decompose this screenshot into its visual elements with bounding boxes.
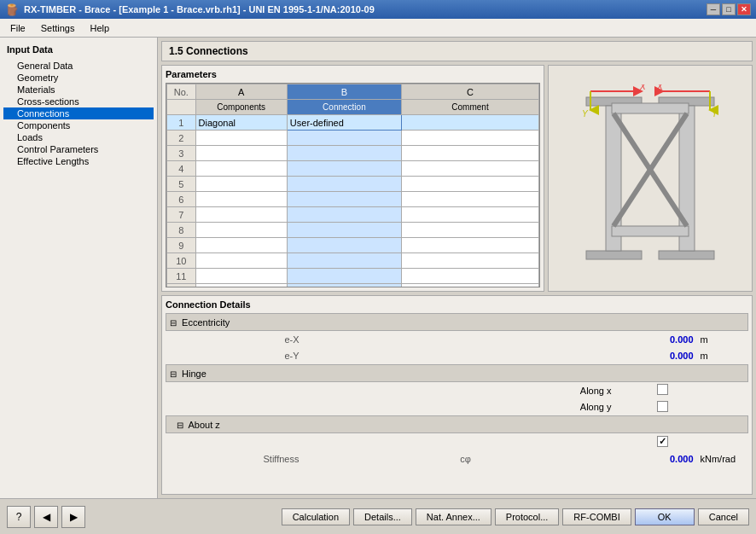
row-7-no: 7: [167, 207, 196, 223]
eccentricity-collapse-btn[interactable]: ⊟: [170, 318, 177, 328]
col-header-no: No.: [167, 84, 196, 100]
stiffness-row: Stiffness cφ 0.000 kNm/rad: [166, 450, 748, 467]
row-10-no: 10: [167, 253, 196, 269]
along-x-checkbox[interactable]: [629, 382, 697, 399]
ey-unit: m: [697, 348, 748, 365]
help-button[interactable]: ?: [7, 506, 31, 528]
col-subheader-no: [167, 100, 196, 115]
next-button[interactable]: ▶: [61, 506, 85, 528]
params-section: Parameters No. A B C: [161, 65, 544, 292]
eccentricity-ex-row: e-X 0.000 m: [166, 331, 748, 348]
sidebar-item-components[interactable]: Components: [3, 119, 154, 131]
row-1-component[interactable]: Diagonal: [195, 115, 287, 131]
prev-button[interactable]: ◀: [34, 506, 58, 528]
menu-help[interactable]: Help: [83, 21, 116, 35]
menu-file[interactable]: File: [3, 21, 32, 35]
eccentricity-header: ⊟ Eccentricity: [166, 314, 748, 331]
section-title: 1.5 Connections: [161, 41, 753, 61]
rf-combi-button[interactable]: RF-COMBI: [562, 508, 631, 525]
svg-text:X: X: [639, 84, 646, 91]
main-content: Input Data General Data Geometry Materia…: [0, 38, 756, 534]
row-9-no: 9: [167, 238, 196, 253]
ex-unit: m: [697, 331, 748, 348]
table-row[interactable]: 7: [167, 207, 539, 223]
connection-details-table: ⊟ Eccentricity e-X 0.000 m e-Y 0.000: [166, 313, 748, 467]
sidebar-item-materials[interactable]: Materials: [3, 84, 154, 96]
minimize-button[interactable]: ─: [707, 3, 720, 15]
ok-button[interactable]: OK: [635, 508, 695, 525]
table-row[interactable]: 5: [167, 177, 539, 192]
about-z-header: ⊟ About z: [166, 416, 748, 433]
col-header-c: C: [401, 84, 538, 100]
row-12-no: 12: [167, 284, 196, 288]
row-5-no: 5: [167, 177, 196, 192]
about-z-collapse-btn[interactable]: ⊟: [177, 421, 183, 430]
about-z-checkbox-row: ✓: [166, 433, 748, 450]
brace-diagram: X Y X Y: [565, 84, 736, 272]
eccentricity-ey-row: e-Y 0.000 m: [166, 348, 748, 365]
ey-value[interactable]: 0.000: [629, 348, 697, 365]
table-row[interactable]: 6: [167, 192, 539, 207]
app-icon: 🪵: [5, 3, 19, 16]
sidebar-item-loads[interactable]: Loads: [3, 131, 154, 143]
stiffness-symbol: cφ: [303, 450, 629, 467]
sidebar-item-general-data[interactable]: General Data: [3, 60, 154, 72]
row-2-comment[interactable]: [401, 131, 538, 146]
along-y-label: Along y: [166, 399, 629, 416]
row-6-no: 6: [167, 192, 196, 207]
row-2-component[interactable]: [195, 131, 287, 146]
row-1-connection[interactable]: User-defined: [287, 115, 401, 131]
ex-value[interactable]: 0.000: [629, 331, 697, 348]
sidebar-title: Input Data: [3, 43, 154, 56]
close-button[interactable]: ✕: [737, 3, 751, 15]
params-title: Parameters: [166, 69, 540, 79]
row-8-no: 8: [167, 223, 196, 238]
along-y-checkbox[interactable]: [629, 399, 697, 416]
row-3-no: 3: [167, 146, 196, 161]
row-4-no: 4: [167, 161, 196, 177]
bottom-bar: ? ◀ ▶ Calculation Details... Nat. Annex.…: [0, 498, 756, 534]
cancel-button[interactable]: Cancel: [698, 508, 749, 525]
protocol-button[interactable]: Protocol...: [495, 508, 560, 525]
table-row[interactable]: 12: [167, 284, 539, 288]
table-row[interactable]: 10: [167, 253, 539, 269]
about-z-label: About z: [188, 420, 219, 430]
stiffness-unit: kNm/rad: [697, 450, 748, 467]
params-table: No. A B C Components Connection Comment: [166, 84, 539, 287]
maximize-button[interactable]: □: [722, 3, 736, 15]
sidebar-item-cross-sections[interactable]: Cross-sections: [3, 96, 154, 107]
table-row[interactable]: 3: [167, 146, 539, 161]
menu-bar: File Settings Help: [0, 19, 756, 38]
hinge-collapse-btn[interactable]: ⊟: [170, 369, 177, 379]
svg-rect-2: [659, 251, 714, 259]
right-panel: 1.5 Connections Parameters No. A: [158, 38, 756, 498]
calculation-button[interactable]: Calculation: [282, 508, 350, 525]
table-row[interactable]: 11: [167, 269, 539, 284]
stiffness-value[interactable]: 0.000: [629, 450, 697, 467]
col-header-b: B: [287, 84, 401, 100]
bottom-left-buttons: ? ◀ ▶: [7, 506, 85, 528]
ey-label: e-Y: [166, 348, 303, 365]
table-row[interactable]: 1 Diagonal User-defined: [167, 115, 539, 131]
sidebar: Input Data General Data Geometry Materia…: [0, 38, 158, 498]
nat-annex-button[interactable]: Nat. Annex...: [416, 508, 491, 525]
svg-rect-7: [612, 103, 689, 113]
sidebar-item-control-parameters[interactable]: Control Parameters: [3, 143, 154, 155]
row-1-no: 1: [167, 115, 196, 131]
table-row[interactable]: 9: [167, 238, 539, 253]
about-z-checkbox[interactable]: ✓: [629, 433, 697, 450]
sidebar-item-connections[interactable]: Connections: [3, 107, 154, 119]
sidebar-item-effective-lengths[interactable]: Effective Lengths: [3, 155, 154, 167]
table-container[interactable]: No. A B C Components Connection Comment: [166, 83, 540, 287]
row-2-connection[interactable]: [287, 131, 401, 146]
sidebar-item-geometry[interactable]: Geometry: [3, 72, 154, 84]
conn-details-section: Connection Details ⊟ Eccentricity e-X 0.…: [161, 295, 753, 495]
table-row[interactable]: 8: [167, 223, 539, 238]
menu-settings[interactable]: Settings: [34, 21, 82, 35]
svg-rect-1: [586, 251, 642, 259]
hinge-label: Hinge: [182, 369, 206, 379]
row-1-comment[interactable]: [401, 115, 538, 131]
table-row[interactable]: 4: [167, 161, 539, 177]
table-row[interactable]: 2: [167, 131, 539, 146]
details-button[interactable]: Details...: [353, 508, 412, 525]
